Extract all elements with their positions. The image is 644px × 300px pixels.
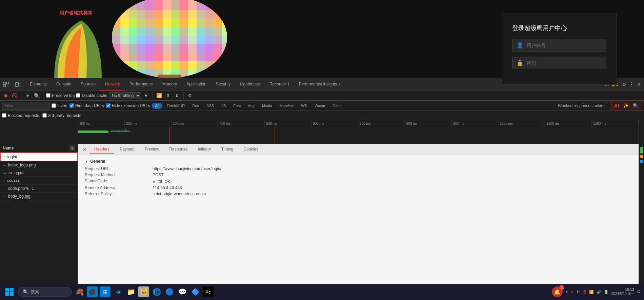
throttle-down-btn[interactable]: ▼ [142, 92, 150, 99]
tab-memory[interactable]: Memory [158, 78, 182, 91]
detail-tab-payload[interactable]: Payload [115, 145, 139, 154]
detail-tab-timing[interactable]: Timing [217, 145, 238, 154]
detail-tab-headers[interactable]: Headers [89, 145, 114, 154]
system-clock[interactable]: 16:13 2024/5/20 周一 [611, 287, 634, 296]
blocked-requests-label[interactable]: Blocked requests [2, 113, 39, 118]
name-item-code-php[interactable]: — code.php?u=1 [0, 185, 78, 193]
detail-tab-cookies[interactable]: Cookies [239, 145, 263, 154]
settings-btn[interactable]: ⚙ [620, 81, 628, 88]
detail-close-btn[interactable]: ✕ [81, 145, 89, 154]
filter-btn[interactable]: ▼ [24, 92, 32, 99]
chip-font[interactable]: Font [230, 103, 244, 109]
disable-cache-label[interactable]: Disable cache [76, 93, 107, 98]
chip-manifest[interactable]: Manifest [277, 103, 297, 109]
notifications-icon[interactable]: 🗨 [637, 290, 641, 294]
hide-ext-urls-checkbox[interactable] [106, 103, 110, 108]
export-har-btn[interactable]: ⬆ [164, 92, 172, 99]
tab-network[interactable]: Network [100, 78, 125, 91]
close-devtools-btn[interactable]: ✕ [635, 81, 643, 88]
toolbar-sep-2 [43, 93, 43, 99]
taskbar-app-folder[interactable]: 📁 [125, 286, 136, 297]
tab-lighthouse[interactable]: Lighthouse [235, 78, 265, 91]
network-conditions-btn[interactable]: 📶 [156, 92, 163, 99]
taskbar-app-store[interactable]: ⊞ [100, 286, 110, 297]
start-btn[interactable] [3, 286, 16, 298]
taskbar-app-arrow[interactable]: ➜ [113, 286, 123, 297]
general-section-header: ▼ General [85, 159, 632, 164]
name-item-index-logo[interactable]: — index_logo.png [0, 161, 78, 169]
chip-doc[interactable]: Doc [189, 103, 202, 109]
inspect-element-btn[interactable] [1, 80, 11, 89]
tab-application[interactable]: Application [182, 78, 211, 91]
search-ai-btn[interactable]: 🔍 [631, 102, 640, 110]
third-party-checkbox[interactable] [42, 113, 47, 118]
import-har-btn[interactable]: ⬇ [173, 92, 181, 99]
clear-btn[interactable]: 🚫 [11, 92, 18, 99]
chip-media[interactable]: Media [259, 103, 275, 109]
name-item-zx-qq[interactable]: — zx_qq.gif [0, 169, 78, 177]
taskbar-app-wechat[interactable]: 💬 [177, 286, 188, 297]
ruler-1200: 1200 ms [592, 120, 639, 127]
preserve-log-label[interactable]: Preserve log [46, 93, 75, 98]
pass-input[interactable] [527, 60, 602, 66]
tab-sources[interactable]: Sources [76, 78, 100, 91]
chip-ws[interactable]: WS [298, 103, 310, 109]
user-input[interactable] [527, 43, 602, 48]
name-scroll-down-btn[interactable]: ▼ [69, 145, 75, 151]
blocked-requests-checkbox[interactable] [2, 113, 6, 118]
throttle-select[interactable]: No throttling Slow 3G Fast 3G [109, 92, 141, 99]
chip-img[interactable]: Img [245, 103, 258, 109]
disable-cache-checkbox[interactable] [76, 93, 80, 98]
section-toggle-icon[interactable]: ▼ [85, 160, 88, 163]
tab-elements[interactable]: Elements [25, 78, 52, 91]
svg-rect-36 [10, 292, 14, 296]
tab-security[interactable]: Security [211, 78, 235, 91]
csdn-notification-badge[interactable]: 🔔 1 [552, 286, 563, 297]
more-btn[interactable]: ⋮ [628, 81, 635, 88]
record-btn[interactable]: ⏺ [2, 92, 9, 99]
svg-rect-20 [112, 19, 227, 27]
taskbar-app-alipay[interactable]: 🔷 [190, 286, 201, 297]
magic-btn[interactable]: ✨ [622, 102, 630, 110]
third-party-label[interactable]: 3rd-party requests [42, 113, 81, 118]
name-item-login[interactable]: ≡ login/ [0, 153, 78, 161]
search-btn[interactable]: 🔍 [33, 92, 40, 99]
hide-data-urls-checkbox[interactable] [69, 103, 74, 108]
invert-checkbox[interactable] [52, 103, 56, 108]
detail-tab-response[interactable]: Response [164, 145, 192, 154]
chevron-up-icon[interactable]: ∧ [565, 290, 568, 294]
preserve-log-checkbox[interactable] [46, 93, 51, 98]
taskbar-app-cat[interactable]: 🐱 [138, 286, 149, 297]
taskbar-app-leaves[interactable]: 🍂 [74, 286, 85, 297]
svg-rect-33 [5, 288, 9, 292]
name-item-body-bg[interactable]: — body_bg.jpg [0, 193, 78, 200]
device-toggle-btn[interactable] [13, 80, 22, 89]
taskbar-app-terminal[interactable]: ⬛ [87, 286, 98, 297]
chip-all[interactable]: All [152, 103, 162, 109]
chip-js[interactable]: JS [219, 103, 229, 109]
taskbar-app-chrome[interactable]: 🔵 [164, 286, 175, 297]
network-settings-btn[interactable]: ⚙ [186, 92, 194, 99]
tab-performance[interactable]: Performance [125, 78, 158, 91]
chip-fetch-xhr[interactable]: Fetch/XHR [164, 103, 188, 109]
taskbar-search-box[interactable]: 🔍 搜索 [18, 287, 72, 297]
hide-ext-urls-label[interactable]: Hide extension URLs [106, 103, 150, 108]
tab-recorder[interactable]: Recorder ⌇ [265, 78, 294, 91]
hide-data-urls-label[interactable]: Hide data URLs [69, 103, 104, 108]
chip-other[interactable]: Other [329, 103, 345, 109]
name-item-css[interactable]: □ css.css [0, 177, 78, 185]
detail-tab-preview[interactable]: Preview [140, 145, 164, 154]
filter-input[interactable] [2, 102, 49, 109]
detail-tab-initiator[interactable]: Initiator [193, 145, 216, 154]
taskbar-app-edge[interactable]: 🌐 [151, 286, 162, 297]
chip-wasm[interactable]: Wasm [311, 103, 328, 109]
orange-indicator [640, 155, 643, 158]
volume-icon: 🔊 [597, 290, 601, 294]
invert-label[interactable]: Invert [52, 103, 67, 108]
chip-css[interactable]: CSS [203, 103, 217, 109]
ai-btn[interactable]: AI [612, 102, 621, 110]
ruler-1000: 1000 ms [498, 120, 545, 127]
tab-performance-insights[interactable]: Performance insights ⌇ [294, 78, 345, 91]
taskbar-app-pycharm[interactable]: Pc [203, 286, 214, 297]
tab-console[interactable]: Console [52, 78, 76, 91]
